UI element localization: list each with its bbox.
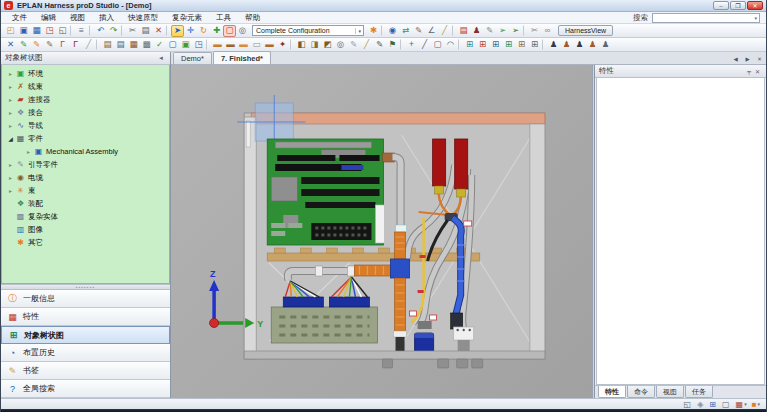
tree-item-assembly[interactable]: ❖ 装配 [2,197,169,210]
brush-icon[interactable]: ╱ [360,39,373,51]
rtab-properties[interactable]: 特性 [598,386,626,398]
rtab-commands[interactable]: 命令 [627,386,655,398]
tree-item-environment[interactable]: ▸ ▣ 环境 [2,67,169,80]
lib-corner-icon[interactable]: ◩ [321,39,334,51]
open-project-icon[interactable]: ◰ [4,25,17,37]
table-red-icon[interactable]: ⊞ [476,39,489,51]
tree-expander-icon[interactable]: ▸ [6,122,15,129]
viewport-3d[interactable]: Z Y [171,65,592,398]
undo-icon[interactable]: ↶ [94,25,107,37]
rtab-tasks[interactable]: 任务 [685,386,713,398]
rtab-views[interactable]: 视图 [656,386,684,398]
search-lens-icon[interactable]: ◎ [334,39,347,51]
panel-global-search[interactable]: ? 全局搜索 [1,380,170,398]
tree-item-others[interactable]: ✱ 其它 [2,236,169,249]
panel-bookmarks[interactable]: ✎ 书签 [1,362,170,380]
tree-expander-icon[interactable]: ▸ [6,174,15,181]
tree-item-complex-entities[interactable]: ▩ 复杂实体 [2,210,169,223]
menu-view[interactable]: 视图 [63,13,92,23]
clamp-icon[interactable]: ✦ [276,39,289,51]
export-page-icon[interactable]: ◳ [192,39,205,51]
grid-icon[interactable]: ▩ [140,39,153,51]
flag-dark-icon[interactable]: Γ [69,39,82,51]
tree-item-guiding-parts[interactable]: ▸ ✎ 引导零件 [2,158,169,171]
bundle-light-icon[interactable]: ▬ [237,39,250,51]
camera-view-icon[interactable]: ◎ [236,25,249,37]
menu-file[interactable]: 文件 [5,13,34,23]
tree-expander-icon[interactable]: ◢ [6,135,15,142]
flag-red-icon[interactable]: Γ [56,39,69,51]
worker-brown-icon[interactable]: ♟ [560,39,573,51]
new-window-icon[interactable]: ▢ [722,400,731,409]
tree-item-harness[interactable]: ▸ ✗ 线束 [2,80,169,93]
worker-icon[interactable]: ♟ [547,39,560,51]
tree-expander-icon[interactable]: ▸ [6,83,15,90]
harness-view-button[interactable]: HarnessView [558,25,613,36]
close-icon[interactable]: ✕ [753,68,762,75]
save-icon[interactable]: ▣ [17,25,30,37]
bundle-tape-icon[interactable]: ▬ [263,39,276,51]
find-part-icon[interactable]: ◉ [386,25,399,37]
tree-item-cables[interactable]: ▸ ◉ 电缆 [2,171,169,184]
redo-icon[interactable]: ↷ [107,25,120,37]
menu-tools[interactable]: 工具 [209,13,238,23]
configuration-select[interactable]: Complete Configuration ▾ [252,25,364,36]
nav-back-icon[interactable]: ➢ [496,25,509,37]
bundle-dark-icon[interactable]: ▬ [224,39,237,51]
worker-tan-icon[interactable]: ♟ [586,39,599,51]
motherboard[interactable] [267,139,384,245]
wire-cut-icon[interactable]: ✂ [528,25,541,37]
export-icon[interactable]: ◱ [56,25,69,37]
tab-close-button[interactable]: ✕ [754,53,765,63]
draw-point-icon[interactable]: + [405,39,418,51]
draw-arc-icon[interactable]: ◠ [444,39,457,51]
library-icon[interactable]: ▤ [101,39,114,51]
select-arrow-icon[interactable]: ➤ [171,25,184,37]
slash-icon[interactable]: ╱ [82,39,95,51]
tree-expander-icon[interactable]: ▸ [24,148,33,155]
minimize-button[interactable]: – [713,1,729,10]
nav-forward-icon[interactable]: ➢ [509,25,522,37]
pencil-orange-icon[interactable]: ✎ [30,39,43,51]
lib-left-icon[interactable]: ◧ [295,39,308,51]
print-icon[interactable]: ≡ [75,25,88,37]
page-icon[interactable]: ▢ [166,39,179,51]
person-icon[interactable]: ♟ [470,25,483,37]
tab-demo[interactable]: Demo* [173,52,212,64]
flag-green-icon[interactable]: ⚑ [386,39,399,51]
tree-item-images[interactable]: ▥ 图像 [2,223,169,236]
copy-icon[interactable]: ▤ [139,25,152,37]
library-blue-icon[interactable]: ▤ [114,39,127,51]
menu-edit[interactable]: 编辑 [34,13,63,23]
tabs-scroll-left-button[interactable]: ◀ [730,53,741,63]
tree-expander-icon[interactable]: ▸ [6,187,15,194]
tree-item-wires[interactable]: ▸ ∿ 导线 [2,119,169,132]
pencil-brown-icon[interactable]: ✎ [43,39,56,51]
box-icon[interactable]: ▦ [127,39,140,51]
import-icon[interactable]: ◳ [43,25,56,37]
pin-icon[interactable]: ◄ [156,55,166,61]
tree-item-splices[interactable]: ▸ ❖ 接合 [2,106,169,119]
save-all-icon[interactable]: ▦ [30,25,43,37]
panel-placement-history[interactable]: ◔ 布置历史 [1,344,170,362]
table-teal-icon[interactable]: ⊞ [463,39,476,51]
table-blue-icon[interactable]: ⊞ [489,39,502,51]
pencil-green-icon[interactable]: ✎ [17,39,30,51]
close-button[interactable]: ✕ [747,1,763,10]
pin-icon[interactable]: ┯ [745,68,753,75]
tree-item-parts[interactable]: ◢ ▦ 零件 [2,132,169,145]
pan-icon[interactable]: ✚ [210,25,223,37]
pen-dark-icon[interactable]: ✎ [373,39,386,51]
worker-gray-icon[interactable]: ♟ [599,39,612,51]
tree-item-connectors[interactable]: ▸ ▰ 连接器 [2,93,169,106]
search-input[interactable] [653,14,752,22]
orbit-icon[interactable]: ↻ [197,25,210,37]
annotate-icon[interactable]: ✎ [483,25,496,37]
lib-right-icon[interactable]: ◨ [308,39,321,51]
report-icon[interactable]: ▤ [457,25,470,37]
table-gray-icon[interactable]: ⊞ [528,39,541,51]
render-style-icon[interactable]: ▦ ▾ [736,400,747,409]
tree-expander-icon[interactable]: ▸ [6,161,15,168]
measure-icon[interactable]: ∠ [425,25,438,37]
worker-dark-icon[interactable]: ♟ [573,39,586,51]
